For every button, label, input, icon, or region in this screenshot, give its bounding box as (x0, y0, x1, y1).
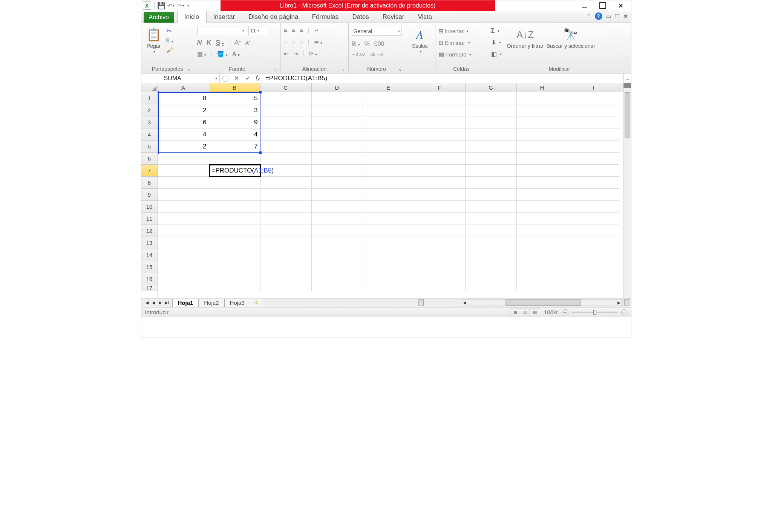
row-header-2[interactable]: 2 (141, 104, 158, 116)
workbook-close-icon[interactable]: ✖ (623, 13, 628, 19)
row-header-15[interactable]: 15 (141, 261, 158, 273)
row-header-14[interactable]: 14 (141, 249, 158, 261)
cell-F1[interactable] (414, 92, 466, 104)
expand-formula-bar-icon[interactable]: ⌄ (623, 73, 631, 83)
col-header-I[interactable]: I (568, 83, 619, 92)
col-header-G[interactable]: G (466, 83, 517, 92)
zoom-in-button[interactable]: + (621, 309, 627, 315)
insert-function-button[interactable]: fx (256, 74, 260, 82)
excel-icon[interactable]: X (143, 2, 151, 10)
align-middle-icon[interactable]: ≡ (292, 27, 295, 34)
close-button[interactable]: ✕ (617, 2, 624, 9)
col-header-B[interactable]: B (209, 83, 260, 92)
cell-A2[interactable]: 2 (158, 104, 209, 116)
tab-diseno[interactable]: Diseño de página (242, 11, 305, 23)
styles-button[interactable]: 𝐴 Estilos ▾ (411, 24, 429, 54)
row-header-9[interactable]: 9 (141, 189, 158, 201)
cell-H1[interactable] (517, 92, 568, 104)
row-header-13[interactable]: 13 (141, 237, 158, 249)
number-format-combo[interactable]: General▾ (352, 27, 402, 36)
editing-cell-content[interactable]: =PRODUCTO(A1:B5) (210, 165, 274, 176)
name-box[interactable]: SUMA ▾ (141, 73, 220, 83)
format-painter-icon[interactable]: 🖌 (166, 46, 173, 54)
tab-revisar[interactable]: Revisar (376, 11, 411, 23)
increase-decimal-button[interactable]: ←0 .00 (352, 52, 365, 57)
sheet-tab-hoja1[interactable]: Hoja1 (172, 299, 199, 307)
zoom-out-button[interactable]: − (562, 309, 568, 315)
cell-C1[interactable] (260, 92, 312, 104)
zoom-label[interactable]: 100% (544, 309, 558, 315)
fill-button[interactable]: ⬇▾ (491, 39, 502, 46)
copy-icon[interactable]: ⎘▾ (166, 37, 173, 44)
cell-B5[interactable]: 7 (209, 141, 260, 153)
comma-style-button[interactable]: 000 (374, 41, 384, 47)
row-header-12[interactable]: 12 (141, 225, 158, 237)
qat-customize[interactable]: ▾ (186, 4, 190, 8)
cell-G1[interactable] (466, 92, 517, 104)
row-header-6[interactable]: 6 (141, 153, 158, 165)
row-header-4[interactable]: 4 (141, 128, 158, 141)
sort-filter-button[interactable]: A↓Z Ordenar y filtrar (507, 24, 544, 49)
merge-button[interactable]: ⬌▾ (314, 38, 322, 46)
horizontal-scrollbar[interactable]: ◀ ▶ (461, 299, 623, 306)
row-header-8[interactable]: 8 (141, 177, 158, 189)
sheet-nav-last[interactable]: ▶I (164, 300, 170, 305)
cell-B3[interactable]: 9 (209, 116, 260, 128)
align-left-icon[interactable]: ≡ (284, 39, 287, 46)
zoom-slider[interactable] (572, 312, 617, 313)
maximize-button[interactable] (599, 2, 606, 9)
tab-inicio[interactable]: Inicio (177, 11, 207, 23)
align-center-icon[interactable]: ≡ (292, 39, 295, 46)
cancel-formula-button[interactable]: ✕ (233, 75, 240, 82)
tab-vista[interactable]: Vista (411, 11, 439, 23)
cancel-formula-circle-icon[interactable]: ◯ (222, 75, 229, 82)
align-right-icon[interactable]: ≡ (300, 39, 303, 46)
redo-icon[interactable]: ↷▾ (176, 2, 185, 9)
tab-splitter[interactable] (418, 299, 424, 306)
grow-font-icon[interactable]: A▴ (234, 39, 241, 47)
bold-button[interactable]: N (197, 39, 202, 47)
borders-button[interactable]: ▦▾ (197, 50, 206, 58)
normal-view-button[interactable]: ▦ (510, 309, 520, 316)
row-header-5[interactable]: 5 (141, 141, 158, 153)
hsplit-handle[interactable] (624, 299, 630, 306)
autosum-button[interactable]: Σ▾ (491, 28, 502, 34)
launcher-icon[interactable]: ↘ (398, 67, 401, 72)
cell-B4[interactable]: 4 (209, 128, 260, 141)
font-size-combo[interactable]: 11▾ (248, 26, 267, 35)
enter-formula-button[interactable]: ✓ (245, 75, 251, 82)
cut-icon[interactable]: ✂ (166, 27, 173, 35)
wrap-text-button[interactable]: ⤶ (314, 27, 319, 34)
insert-cells-button[interactable]: ⊞Insertar▾ (438, 28, 472, 35)
row-header-17[interactable]: 17 (141, 285, 158, 291)
cell-E1[interactable] (363, 92, 414, 104)
page-break-view-button[interactable]: ▤ (530, 309, 540, 316)
sheet-tab-hoja2[interactable]: Hoja2 (198, 299, 224, 307)
formula-bar[interactable]: =PRODUCTO(A1:B5) (262, 73, 623, 83)
workbook-restore-icon[interactable]: ❐ (615, 13, 620, 19)
cell-B1[interactable]: 5 (209, 92, 260, 104)
col-header-F[interactable]: F (414, 83, 466, 92)
scrollbar-thumb[interactable] (625, 92, 630, 138)
sheet-tab-hoja3[interactable]: Hoja3 (224, 299, 250, 307)
launcher-icon[interactable]: ↘ (274, 67, 277, 72)
launcher-icon[interactable]: ↘ (342, 67, 345, 72)
cell-I1[interactable] (568, 92, 619, 104)
italic-button[interactable]: K (207, 39, 211, 47)
cell-A1[interactable]: 8 (158, 92, 209, 104)
cell-D1[interactable] (312, 92, 363, 104)
cells-area[interactable]: A B C D E F G H I 8 5 2 3 6 9 (158, 83, 631, 298)
minimize-button[interactable] (581, 2, 588, 9)
row-header-7[interactable]: 7 (141, 165, 158, 177)
launcher-icon[interactable]: ↘ (187, 67, 190, 72)
tab-datos[interactable]: Datos (345, 11, 375, 23)
tab-formulas[interactable]: Fórmulas (305, 11, 346, 23)
decrease-indent-icon[interactable]: ⇤ (284, 50, 289, 57)
percent-button[interactable]: % (365, 41, 370, 47)
cell-A3[interactable]: 6 (158, 116, 209, 128)
col-header-C[interactable]: C (260, 83, 312, 92)
row-header-3[interactable]: 3 (141, 116, 158, 128)
help-icon[interactable]: ? (595, 12, 602, 20)
save-icon[interactable]: 💾 (158, 2, 165, 9)
row-header-10[interactable]: 10 (141, 201, 158, 213)
